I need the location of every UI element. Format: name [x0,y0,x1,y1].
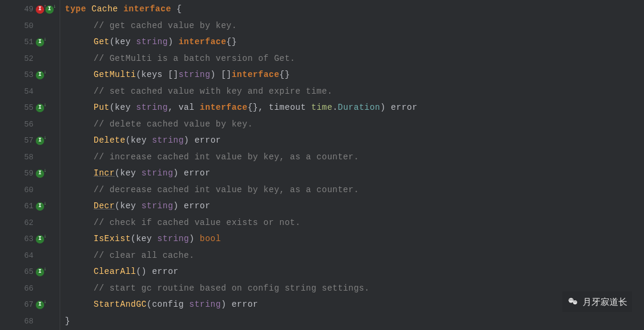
line-number: 65 [19,264,33,280]
token-punct: ) [] [210,70,232,79]
impl-marker-icon[interactable]: I↓ [36,268,44,276]
gutter-line: 62 [0,215,60,232]
token-dur: Duration [338,103,380,112]
token-punct [86,4,92,14]
code-line[interactable]: // set cached value with key and expire … [65,84,644,100]
token-str-type: string [157,234,189,243]
token-punct: ) [168,37,179,47]
line-number: 57 [19,132,33,149]
token-punct: (keys [] [136,70,178,79]
impl-marker-icon[interactable]: I↓ [36,38,44,47]
line-number: 53 [19,67,33,84]
token-method: Put [94,103,110,112]
token-punct: , val [168,103,200,112]
token-method-u: Incr [94,168,115,178]
override-marker-icon[interactable]: I↑ [36,5,44,14]
gutter-line: 55I↓ [0,100,60,116]
code-line[interactable]: Get(key string) interface{} [65,34,644,51]
watermark-overlay: 月牙寂道长 [562,291,632,313]
impl-marker-icon[interactable]: I↓ [36,71,44,79]
gutter-line: 49I↑I↓ [0,1,60,18]
code-line[interactable]: Put(key string, val interface{}, timeout… [65,100,644,116]
gutter-line: 61I↓ [0,198,60,215]
token-comment: // clear all cache. [94,251,194,260]
token-punct: {}, timeout [247,103,311,112]
line-number: 62 [19,215,33,232]
impl-marker-icon[interactable]: I↓ [36,169,44,178]
code-line[interactable]: } [65,313,644,330]
line-number: 56 [19,116,33,133]
token-comment: // set cached value with key and expire … [94,87,333,96]
gutter: 49I↑I↓5051I↓5253I↓5455I↓5657I↓5859I↓6061… [0,0,60,330]
line-number: 51 [19,34,33,51]
token-punct: . [333,103,338,112]
code-line[interactable]: Delete(key string) error [65,132,644,149]
gutter-line: 67I↓ [0,297,60,313]
gutter-line: 64 [0,248,60,264]
line-number: 64 [19,248,33,264]
gutter-line: 53I↓ [0,67,60,84]
token-punct [118,4,123,14]
line-number: 63 [19,231,33,248]
code-line[interactable]: // GetMulti is a batch version of Get. [65,51,644,67]
token-punct: ) [174,201,184,211]
gutter-line: 66 [0,280,60,297]
token-str-type: string [178,70,210,79]
token-punct: ) [189,234,200,243]
token-bool: bool [200,234,221,243]
token-punct: ) [221,300,232,309]
impl-marker-icon[interactable]: I↓ [45,5,54,14]
line-number: 66 [19,280,33,297]
token-punct: {} [227,37,237,47]
token-err: error [391,103,418,112]
token-err: error [194,135,221,145]
svg-point-3 [572,300,573,301]
impl-marker-icon[interactable]: I↓ [36,202,44,211]
code-line[interactable]: // increase cached int value by key, as … [65,149,644,166]
code-line[interactable]: Incr(key string) error [65,165,644,182]
svg-point-0 [569,298,574,303]
code-line[interactable]: ClearAll() error [65,264,644,280]
gutter-line: 68 [0,313,60,330]
impl-marker-icon[interactable]: I↓ [36,137,44,145]
wechat-icon [567,295,579,307]
token-method: StartAndGC [94,300,147,309]
svg-point-5 [575,302,576,303]
svg-point-4 [574,302,575,303]
impl-marker-icon[interactable]: I↓ [36,301,44,309]
code-area[interactable]: type Cache interface {// get cached valu… [60,0,644,330]
token-pkg: time [311,103,333,112]
code-line[interactable]: IsExist(key string) bool [65,231,644,248]
token-punct: { [171,4,182,14]
token-punct: ) [174,168,184,178]
gutter-line: 50 [0,18,60,35]
impl-marker-icon[interactable]: I↓ [36,235,44,243]
line-number: 49 [19,1,33,18]
token-err: error [184,168,210,178]
code-line[interactable]: StartAndGC(config string) error [65,297,644,313]
code-line[interactable]: Decr(key string) error [65,198,644,215]
token-err: error [152,267,179,276]
code-line[interactable]: // decrease cached int value by key, as … [65,182,644,199]
token-punct: (key [115,201,142,211]
code-line[interactable]: GetMulti(keys []string) []interface{} [65,67,644,84]
token-method-u: Decr [94,201,115,211]
token-kw2: interface [231,70,279,79]
token-kw2: interface [200,103,247,112]
token-str-type: string [189,300,221,309]
token-method: Get [94,37,110,47]
svg-point-1 [573,300,577,304]
token-comment: // increase cached int value by key, as … [94,152,359,162]
code-line[interactable]: // clear all cache. [65,248,644,264]
code-line[interactable]: // get cached value by key. [65,18,644,35]
token-method: GetMulti [94,70,136,79]
token-comment: // decrease cached int value by key, as … [94,185,359,195]
code-line[interactable]: // check if cached value exists or not. [65,215,644,232]
code-line[interactable]: type Cache interface { [65,1,644,18]
token-punct: ) [380,103,391,112]
token-punct: (key [131,234,157,243]
token-punct: (key [110,103,137,112]
code-line[interactable]: // delete cached value by key. [65,116,644,133]
code-line[interactable]: // start gc routine based on config stri… [65,280,644,297]
impl-marker-icon[interactable]: I↓ [36,104,44,112]
